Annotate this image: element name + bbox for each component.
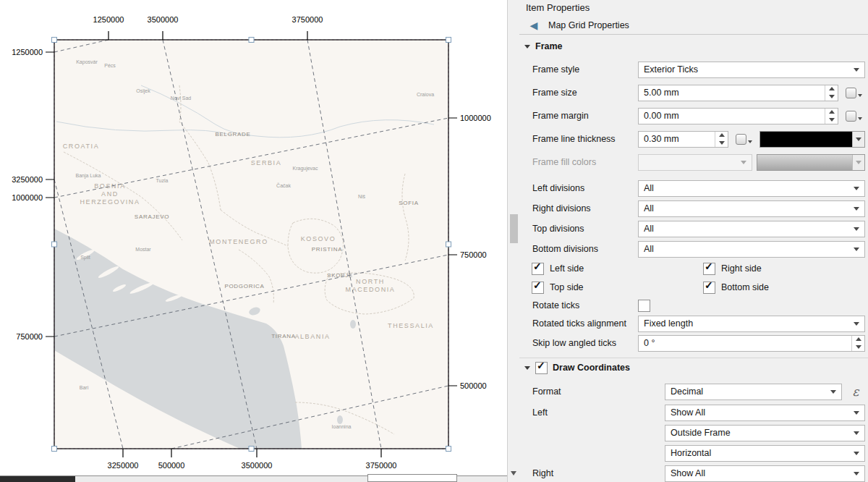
spin-buttons[interactable] xyxy=(715,132,728,147)
coords-left-frame-combo[interactable]: Outside Frame xyxy=(665,425,865,441)
grid-coordinate-label: 500000 xyxy=(460,381,487,390)
left-side-checkbox[interactable]: ✓ xyxy=(532,263,544,275)
spin-up-icon[interactable] xyxy=(825,85,838,93)
town-label: Osijek xyxy=(136,88,150,94)
layout-canvas[interactable]: CROATIA SERBIA BOSNIA AND HERZEGOVINA MO… xyxy=(0,0,507,482)
check-icon: ✓ xyxy=(705,280,713,290)
frame-line-thickness-label: Frame line thickness xyxy=(532,134,638,144)
top-side-checkbox[interactable]: ✓ xyxy=(532,282,544,294)
chevron-down-icon xyxy=(854,431,859,435)
town-label: Craiova xyxy=(417,92,434,97)
frame-line-thickness-spinbox[interactable]: 0.30 mm xyxy=(638,131,728,148)
grid-coordinate-label: 750000 xyxy=(16,332,43,341)
spin-up-icon[interactable] xyxy=(852,336,864,344)
draw-coordinates-checkbox[interactable]: ✓ xyxy=(535,362,548,374)
coords-right-show-value: Show All xyxy=(671,468,705,478)
coords-left-orientation-value: Horizontal xyxy=(671,448,711,458)
city-label: PODGORICA xyxy=(224,283,264,289)
left-divisions-combo[interactable]: All xyxy=(638,180,865,197)
spin-down-icon[interactable] xyxy=(825,116,838,124)
right-side-checkbox[interactable]: ✓ xyxy=(703,263,715,275)
chevron-down-icon xyxy=(741,161,746,164)
frame-size-row: Frame size 5.00 mm xyxy=(519,81,868,104)
spin-up-icon[interactable] xyxy=(825,109,838,117)
coords-left-orientation-combo[interactable]: Horizontal xyxy=(665,445,865,462)
map-item[interactable]: CROATIA SERBIA BOSNIA AND HERZEGOVINA MO… xyxy=(0,0,507,482)
country-label: AND xyxy=(101,190,119,198)
grid-coordinate-label: 3750000 xyxy=(366,461,397,470)
data-defined-override-button[interactable] xyxy=(842,107,865,124)
frame-size-label: Frame size xyxy=(532,88,638,98)
selection-handle[interactable] xyxy=(52,447,57,452)
frame-line-color-button[interactable] xyxy=(760,131,865,148)
selection-handle[interactable] xyxy=(446,38,451,43)
left-divisions-value: All xyxy=(644,183,654,193)
frame-style-row: Frame style Exterior Ticks xyxy=(519,58,868,81)
bottom-divisions-value: All xyxy=(644,244,654,254)
coords-left-show-combo[interactable]: Show All xyxy=(665,405,865,421)
frame-size-spinbox[interactable]: 5.00 mm xyxy=(638,85,838,101)
frame-fill-colors-combo xyxy=(638,154,752,171)
right-divisions-row: Right divisions All xyxy=(519,198,868,219)
rotated-ticks-alignment-row: Rotated ticks alignment Fixed length xyxy=(519,314,868,333)
bottom-divisions-combo[interactable]: All xyxy=(638,241,865,258)
data-defined-override-button[interactable] xyxy=(842,84,865,101)
expression-button[interactable]: ε xyxy=(846,383,865,400)
frame-margin-spinbox[interactable]: 0.00 mm xyxy=(638,108,838,124)
format-combo[interactable]: Decimal xyxy=(665,384,842,400)
coords-left-frame-row: Outside Frame xyxy=(519,423,868,443)
coords-right-show-combo[interactable]: Show All xyxy=(665,465,865,482)
bottom-divisions-label: Bottom divisions xyxy=(532,244,638,254)
frame-section-header[interactable]: Frame xyxy=(519,38,868,55)
town-label: Pécs xyxy=(104,63,116,68)
spin-buttons[interactable] xyxy=(825,109,838,124)
frame-line-thickness-value: 0.30 mm xyxy=(644,134,679,144)
spin-up-icon[interactable] xyxy=(715,132,728,140)
rotate-ticks-checkbox[interactable] xyxy=(638,300,650,312)
spin-down-icon[interactable] xyxy=(852,343,864,351)
scrollbar-handle[interactable] xyxy=(510,214,518,243)
spin-down-icon[interactable] xyxy=(825,93,838,101)
spin-down-icon[interactable] xyxy=(715,139,728,147)
frame-fill-color-button xyxy=(757,154,865,171)
check-icon: ✓ xyxy=(705,261,713,271)
country-label: NORTH xyxy=(356,278,385,285)
frame-section-title: Frame xyxy=(535,41,563,51)
country-label: KOSOVO xyxy=(301,235,336,242)
check-icon: ✓ xyxy=(537,360,545,371)
panel-scrollbar[interactable] xyxy=(507,0,519,482)
collapse-arrow-icon xyxy=(524,366,530,370)
frame-style-combo[interactable]: Exterior Ticks xyxy=(638,62,865,78)
grid-coordinate-label: 3250000 xyxy=(12,175,43,184)
rotated-ticks-alignment-combo[interactable]: Fixed length xyxy=(638,316,865,332)
chevron-down-icon xyxy=(830,390,836,394)
spin-buttons[interactable] xyxy=(851,336,864,351)
right-side-label: Right side xyxy=(721,263,762,274)
top-divisions-combo[interactable]: All xyxy=(638,221,865,237)
selection-handle[interactable] xyxy=(52,242,57,247)
selection-handle[interactable] xyxy=(446,447,451,452)
back-button[interactable]: ◀ xyxy=(526,17,542,33)
scroll-down-icon[interactable] xyxy=(511,471,516,475)
frame-margin-label: Frame margin xyxy=(532,111,638,121)
rotate-ticks-label: Rotate ticks xyxy=(532,300,638,310)
selection-handle[interactable] xyxy=(446,242,451,247)
expression-icon: ε xyxy=(853,384,859,399)
town-label: Niš xyxy=(358,194,366,199)
data-defined-override-button[interactable] xyxy=(732,130,755,148)
coords-left-label: Left xyxy=(532,407,665,418)
draw-coordinates-title: Draw Coordinates xyxy=(553,363,630,373)
chevron-down-icon[interactable] xyxy=(852,132,864,147)
selection-handle[interactable] xyxy=(52,38,57,43)
skip-low-angled-ticks-spinbox[interactable]: 0 ° xyxy=(638,335,865,352)
spin-buttons[interactable] xyxy=(825,85,838,101)
country-label: BOSNIA xyxy=(94,182,126,190)
draw-coordinates-section-header[interactable]: ✓ Draw Coordinates xyxy=(519,358,868,377)
selection-handle[interactable] xyxy=(249,38,254,43)
selection-handle[interactable] xyxy=(249,447,254,452)
right-divisions-combo[interactable]: All xyxy=(638,200,865,217)
status-bar-combo[interactable] xyxy=(367,474,457,482)
grid-coordinate-label: 3500000 xyxy=(242,461,273,470)
bottom-side-checkbox[interactable]: ✓ xyxy=(703,282,715,294)
chevron-down-icon xyxy=(854,322,859,326)
